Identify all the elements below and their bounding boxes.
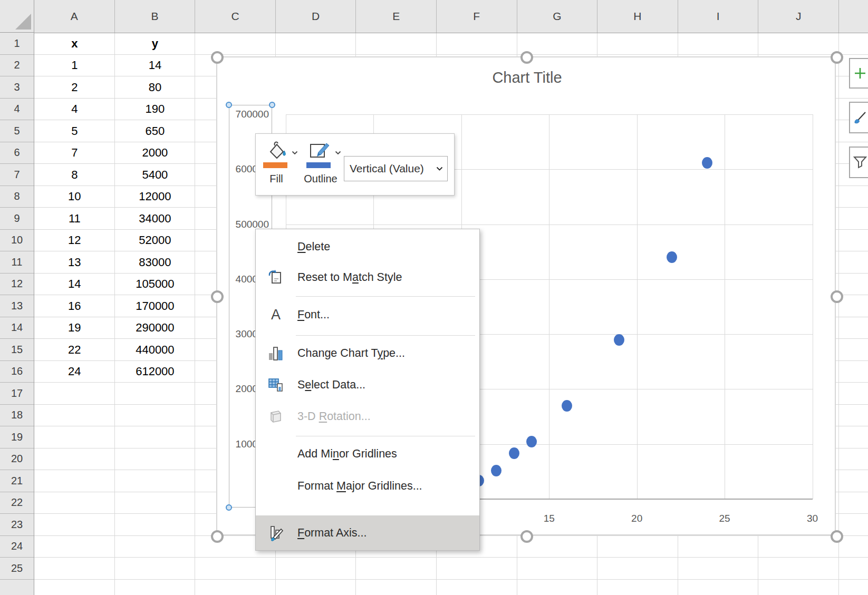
row-header[interactable]: 2 (0, 55, 34, 77)
row-header[interactable]: 8 (0, 186, 34, 208)
data-point[interactable] (526, 436, 537, 447)
outline-button[interactable] (307, 139, 332, 161)
row-header[interactable]: 18 (0, 405, 34, 427)
row-header[interactable]: 24 (0, 536, 34, 558)
row-header[interactable]: 4 (0, 99, 34, 121)
row-header[interactable]: 20 (0, 448, 34, 471)
row-header[interactable]: 16 (0, 361, 34, 383)
cell-x[interactable]: 11 (34, 208, 115, 230)
outline-dropdown-arrow[interactable] (335, 148, 341, 157)
cell-y[interactable]: 34000 (115, 208, 196, 230)
column-header[interactable]: D (276, 0, 356, 33)
menu-item-format-axis[interactable]: Format Axis... (256, 515, 479, 550)
axis-selection-handle[interactable] (226, 504, 232, 511)
cell-y[interactable]: 2000 (115, 142, 196, 164)
row-header[interactable]: 10 (0, 230, 34, 252)
data-point[interactable] (562, 400, 572, 412)
column-header[interactable]: G (517, 0, 598, 33)
column-header[interactable]: H (597, 0, 678, 33)
column-header[interactable]: C (195, 0, 276, 33)
column-header[interactable]: I (678, 0, 759, 33)
cell-x[interactable]: 1 (34, 55, 115, 77)
outline-color-swatch[interactable] (306, 162, 331, 168)
select-all-button[interactable] (0, 0, 34, 33)
chart-title[interactable]: Chart Title (217, 69, 837, 86)
chart-resize-handle[interactable] (831, 290, 843, 303)
cell-b1[interactable]: y (115, 33, 196, 55)
row-header[interactable]: 5 (0, 120, 34, 142)
menu-item-change-chart-type[interactable]: Change Chart Type... (256, 337, 479, 369)
chart-resize-handle[interactable] (831, 530, 843, 543)
column-header[interactable]: A (34, 0, 115, 33)
row-header[interactable]: 12 (0, 274, 34, 296)
cell-a1[interactable]: x (34, 33, 115, 55)
cell-y[interactable]: 650 (115, 120, 196, 142)
chart-resize-handle[interactable] (520, 51, 533, 64)
column-header[interactable]: B (115, 0, 196, 33)
cell-y[interactable]: 14 (115, 55, 196, 77)
fill-dropdown-arrow[interactable] (292, 148, 298, 157)
menu-item-select-data[interactable]: Select Data... (256, 369, 479, 401)
cell-y[interactable]: 80 (115, 76, 196, 99)
chart-resize-handle[interactable] (211, 290, 224, 303)
cell-y[interactable]: 440000 (115, 339, 196, 361)
data-point[interactable] (702, 157, 712, 169)
chart-filters-button[interactable] (849, 147, 868, 178)
menu-item-reset-to-match-style[interactable]: Reset to Match Style (256, 261, 479, 294)
cell-x[interactable]: 4 (34, 99, 115, 121)
menu-item-format-major-gridlines[interactable]: Format Major Gridlines... (256, 470, 479, 502)
data-point[interactable] (667, 251, 677, 263)
row-header[interactable]: 1 (0, 33, 34, 55)
cell-x[interactable]: 5 (34, 120, 115, 142)
chart-resize-handle[interactable] (520, 530, 533, 543)
chart-resize-handle[interactable] (211, 51, 224, 64)
row-header[interactable]: 6 (0, 142, 34, 164)
chart-styles-button[interactable] (849, 102, 868, 133)
column-header[interactable]: E (356, 0, 437, 33)
chart-resize-handle[interactable] (831, 51, 843, 64)
data-point[interactable] (491, 465, 501, 476)
row-header[interactable]: 23 (0, 514, 34, 536)
cell-x[interactable]: 10 (34, 186, 115, 208)
cell-x[interactable]: 8 (34, 164, 115, 186)
row-header[interactable]: 19 (0, 426, 34, 448)
cell-x[interactable]: 19 (34, 317, 115, 339)
chart-elements-button[interactable] (849, 58, 868, 89)
row-header[interactable]: 17 (0, 383, 34, 405)
row-header[interactable]: 13 (0, 295, 34, 317)
cell-x[interactable]: 16 (34, 295, 115, 317)
menu-item-delete[interactable]: Delete (256, 232, 479, 261)
cell-x[interactable]: 7 (34, 142, 115, 164)
row-header[interactable]: 11 (0, 251, 34, 274)
chart-element-selector[interactable]: Vertical (Value) (344, 156, 448, 181)
cell-x[interactable]: 24 (34, 361, 115, 383)
cell-x[interactable]: 14 (34, 274, 115, 296)
cell-y[interactable]: 190 (115, 99, 196, 121)
cell-x[interactable]: 22 (34, 339, 115, 361)
axis-selection-handle[interactable] (269, 102, 275, 108)
cell-x[interactable]: 13 (34, 251, 115, 274)
cell-x[interactable]: 2 (34, 76, 115, 99)
fill-color-swatch[interactable] (263, 162, 287, 168)
cell-y[interactable]: 83000 (115, 251, 196, 274)
row-header[interactable]: 3 (0, 76, 34, 99)
fill-button[interactable] (264, 139, 288, 161)
chart-resize-handle[interactable] (211, 530, 224, 543)
cell-y[interactable]: 170000 (115, 295, 196, 317)
cell-y[interactable]: 12000 (115, 186, 196, 208)
cell-y[interactable]: 290000 (115, 317, 196, 339)
menu-item-font[interactable]: A Font... (256, 298, 479, 331)
cell-y[interactable]: 52000 (115, 230, 196, 252)
row-header[interactable]: 7 (0, 164, 34, 186)
row-header[interactable]: 21 (0, 470, 34, 492)
menu-item-add-minor-gridlines[interactable]: Add Minor Gridlines (256, 438, 479, 470)
data-point[interactable] (509, 447, 519, 459)
row-header[interactable]: 25 (0, 558, 34, 580)
row-header[interactable]: 15 (0, 339, 34, 361)
column-header[interactable]: F (437, 0, 517, 33)
data-point[interactable] (614, 334, 624, 346)
row-header[interactable]: 22 (0, 492, 34, 514)
cell-y[interactable]: 105000 (115, 274, 196, 296)
cell-y[interactable]: 612000 (115, 361, 196, 383)
cell-y[interactable]: 5400 (115, 164, 196, 186)
